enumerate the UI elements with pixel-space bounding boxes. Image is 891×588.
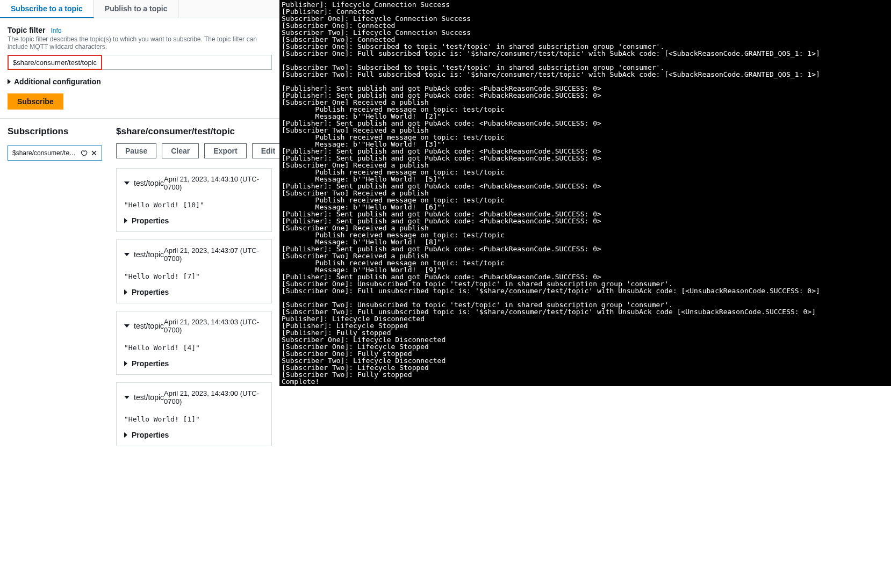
topic-filter-desc: The topic filter describes the topic(s) … bbox=[8, 35, 272, 50]
message-card: test/topicApril 21, 2023, 14:43:03 (UTC-… bbox=[116, 311, 272, 375]
caret-down-icon bbox=[124, 396, 130, 399]
close-icon[interactable] bbox=[91, 150, 97, 156]
subscribe-button[interactable]: Subscribe bbox=[8, 93, 63, 110]
caret-right-icon bbox=[124, 432, 127, 438]
pause-button[interactable]: Pause bbox=[116, 143, 156, 158]
caret-down-icon bbox=[124, 324, 130, 328]
message-properties-toggle[interactable]: Properties bbox=[117, 284, 271, 303]
message-topic: test/topic bbox=[134, 322, 164, 330]
topic-filter-label: Topic filter bbox=[8, 26, 46, 34]
message-body: "Hello World! [1]" bbox=[117, 410, 271, 426]
topic-filter-value-highlight: $share/consumer/test/topic bbox=[8, 55, 102, 70]
topic-filter-input[interactable] bbox=[102, 55, 272, 70]
tabs: Subscribe to a topic Publish to a topic bbox=[0, 0, 279, 18]
caret-down-icon bbox=[124, 182, 130, 185]
additional-configuration-label: Additional configuration bbox=[14, 77, 101, 86]
message-topic-toggle[interactable]: test/topic bbox=[124, 179, 164, 187]
clear-button[interactable]: Clear bbox=[162, 143, 199, 158]
tab-subscribe[interactable]: Subscribe to a topic bbox=[0, 0, 94, 18]
message-timestamp: April 21, 2023, 14:43:00 (UTC-0700) bbox=[164, 389, 264, 405]
message-properties-label: Properties bbox=[132, 359, 169, 368]
tab-publish[interactable]: Publish to a topic bbox=[94, 0, 179, 18]
message-timestamp: April 21, 2023, 14:43:07 (UTC-0700) bbox=[164, 246, 264, 263]
message-card: test/topicApril 21, 2023, 14:43:10 (UTC-… bbox=[116, 168, 272, 232]
message-topic-toggle[interactable]: test/topic bbox=[124, 322, 164, 330]
message-properties-label: Properties bbox=[132, 216, 169, 225]
caret-right-icon bbox=[124, 361, 127, 366]
info-link[interactable]: Info bbox=[51, 27, 62, 34]
messages-title: $share/consumer/test/topic bbox=[116, 126, 272, 137]
message-card: test/topicApril 21, 2023, 14:43:00 (UTC-… bbox=[116, 382, 272, 446]
message-topic-toggle[interactable]: test/topic bbox=[124, 393, 164, 402]
message-properties-label: Properties bbox=[132, 288, 169, 296]
message-topic-toggle[interactable]: test/topic bbox=[124, 250, 164, 259]
caret-down-icon bbox=[124, 253, 130, 256]
additional-configuration-toggle[interactable]: Additional configuration bbox=[8, 77, 272, 86]
caret-right-icon bbox=[8, 79, 11, 84]
terminal-output: Publisher]: Lifecycle Connection Success… bbox=[279, 0, 891, 386]
message-topic: test/topic bbox=[134, 179, 164, 187]
message-body: "Hello World! [4]" bbox=[117, 338, 271, 355]
message-properties-toggle[interactable]: Properties bbox=[117, 212, 271, 231]
message-body: "Hello World! [10]" bbox=[117, 195, 271, 212]
subscription-item-label: $share/consumer/test/topic bbox=[12, 149, 78, 157]
message-topic: test/topic bbox=[134, 393, 164, 402]
message-properties-toggle[interactable]: Properties bbox=[117, 355, 271, 374]
message-topic: test/topic bbox=[134, 250, 164, 259]
message-properties-toggle[interactable]: Properties bbox=[117, 426, 271, 446]
message-timestamp: April 21, 2023, 14:43:10 (UTC-0700) bbox=[164, 175, 264, 191]
message-properties-label: Properties bbox=[132, 431, 169, 439]
message-body: "Hello World! [7]" bbox=[117, 267, 271, 284]
caret-right-icon bbox=[124, 218, 127, 223]
message-card: test/topicApril 21, 2023, 14:43:07 (UTC-… bbox=[116, 239, 272, 303]
subscription-item[interactable]: $share/consumer/test/topic bbox=[8, 146, 102, 161]
terminal-below-blank bbox=[279, 386, 891, 588]
message-timestamp: April 21, 2023, 14:43:03 (UTC-0700) bbox=[164, 318, 264, 334]
edit-button[interactable]: Edit bbox=[252, 143, 279, 158]
export-button[interactable]: Export bbox=[204, 143, 246, 158]
caret-right-icon bbox=[124, 289, 127, 295]
subscriptions-title: Subscriptions bbox=[8, 126, 102, 137]
heart-icon[interactable] bbox=[80, 149, 88, 157]
